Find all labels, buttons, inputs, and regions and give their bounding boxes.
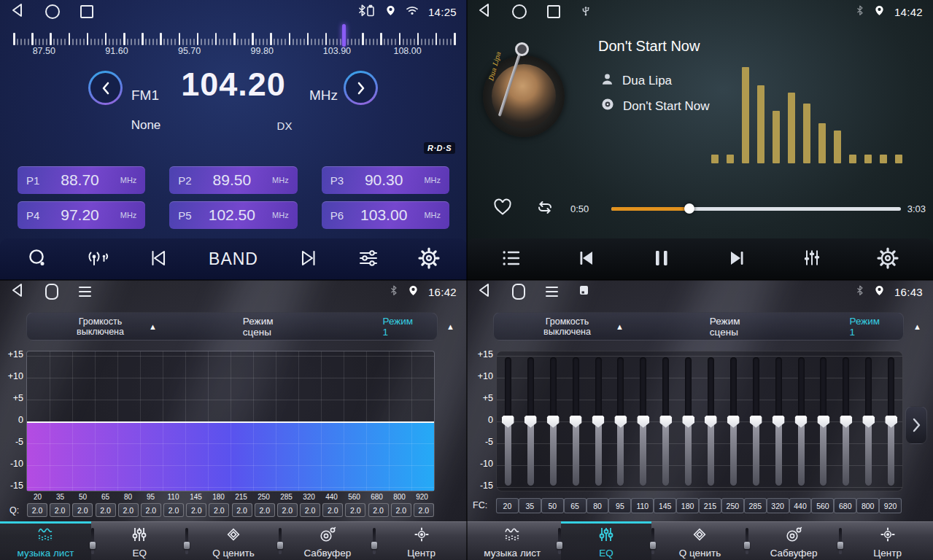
home-icon[interactable] xyxy=(512,284,525,300)
slider-knob[interactable] xyxy=(637,416,649,428)
fc-frequency-button[interactable]: 560 xyxy=(811,498,834,513)
q-value-button[interactable]: 2.0 xyxy=(141,503,161,517)
q-value-button[interactable]: 2.0 xyxy=(50,503,70,517)
q-value-button[interactable]: 2.0 xyxy=(322,503,343,517)
q-value-button[interactable]: 2.0 xyxy=(209,503,229,517)
pause-icon[interactable] xyxy=(653,249,670,271)
q-value-button[interactable]: 2.0 xyxy=(300,503,320,517)
slider-knob[interactable] xyxy=(817,416,829,428)
equalizer-icon[interactable] xyxy=(357,248,379,271)
fc-frequency-button[interactable]: 285 xyxy=(744,498,767,513)
tab-eq-sliders[interactable]: EQ xyxy=(94,521,185,560)
settings-gear-icon[interactable] xyxy=(877,247,899,272)
scene-mode-value[interactable]: Режим 1 xyxy=(849,316,880,338)
q-value-button[interactable]: 2.0 xyxy=(414,503,434,517)
slider-knob[interactable] xyxy=(614,416,627,428)
q-value-button[interactable]: 2.0 xyxy=(96,503,116,517)
q-value-button[interactable]: 2.0 xyxy=(118,503,139,517)
slider-knob[interactable] xyxy=(547,416,560,428)
volume-dropdown-icon[interactable]: ▲ xyxy=(149,322,157,331)
favorite-heart-icon[interactable] xyxy=(492,197,514,219)
preset-button[interactable]: P5102.50MHz xyxy=(169,201,297,229)
back-icon[interactable] xyxy=(10,2,25,21)
tab-eq-sliders[interactable]: EQ xyxy=(561,521,652,560)
tab-music-list[interactable]: музыка лист xyxy=(0,521,91,560)
slider-knob[interactable] xyxy=(659,416,672,428)
fc-frequency-button[interactable]: 250 xyxy=(721,498,744,513)
next-icon[interactable] xyxy=(297,249,319,271)
home-icon[interactable] xyxy=(512,4,527,19)
fc-frequency-button[interactable]: 800 xyxy=(856,498,879,513)
slider-knob[interactable] xyxy=(795,416,808,428)
preset-button[interactable]: P289.50MHz xyxy=(169,166,297,194)
previous-track-icon[interactable] xyxy=(576,249,598,271)
slider-knob[interactable] xyxy=(727,416,740,428)
playlist-icon[interactable] xyxy=(501,249,522,271)
fc-frequency-button[interactable]: 65 xyxy=(564,498,586,513)
menu-icon[interactable] xyxy=(546,287,558,297)
q-value-button[interactable]: 2.0 xyxy=(232,503,252,517)
preset-button[interactable]: P390.30MHz xyxy=(322,166,449,194)
back-icon[interactable] xyxy=(477,2,492,21)
fc-frequency-button[interactable]: 215 xyxy=(699,498,721,513)
scene-mode-value[interactable]: Режим 1 xyxy=(382,316,413,338)
tab-center-speaker[interactable]: Центр xyxy=(376,521,467,560)
next-track-icon[interactable] xyxy=(725,249,747,271)
previous-icon[interactable] xyxy=(148,249,170,271)
recents-icon[interactable] xyxy=(547,5,560,18)
q-value-button[interactable]: 2.0 xyxy=(277,503,298,517)
q-value-button[interactable]: 2.0 xyxy=(391,503,411,517)
preset-button[interactable]: P497.20MHz xyxy=(18,201,145,229)
fc-frequency-button[interactable]: 80 xyxy=(586,498,609,513)
preset-button[interactable]: P6103.00MHz xyxy=(322,201,449,229)
scene-dropdown-icon[interactable]: ▲ xyxy=(913,322,921,331)
home-icon[interactable] xyxy=(45,284,58,300)
seek-knob[interactable] xyxy=(684,203,694,214)
menu-icon[interactable] xyxy=(79,287,91,297)
fc-frequency-button[interactable]: 180 xyxy=(676,498,699,513)
slider-knob[interactable] xyxy=(705,416,717,428)
slider-knob[interactable] xyxy=(524,416,537,428)
q-value-button[interactable]: 2.0 xyxy=(72,503,93,517)
eq-levels-icon[interactable] xyxy=(802,248,822,271)
fc-frequency-button[interactable]: 20 xyxy=(496,498,519,513)
fc-frequency-button[interactable]: 50 xyxy=(541,498,564,513)
fc-frequency-button[interactable]: 920 xyxy=(879,498,902,513)
fc-frequency-button[interactable]: 440 xyxy=(789,498,812,513)
fc-frequency-button[interactable]: 320 xyxy=(767,498,789,513)
broadcast-icon[interactable] xyxy=(86,248,109,271)
back-icon[interactable] xyxy=(10,282,25,301)
preset-button[interactable]: P188.70MHz xyxy=(18,166,145,194)
tab-music-list[interactable]: музыка лист xyxy=(467,521,558,560)
q-value-button[interactable]: 2.0 xyxy=(368,503,389,517)
band-button[interactable]: BAND xyxy=(209,249,258,269)
tuner-indicator[interactable] xyxy=(342,24,346,47)
home-icon[interactable] xyxy=(45,4,60,19)
back-icon[interactable] xyxy=(477,282,492,301)
fc-frequency-button[interactable]: 680 xyxy=(834,498,856,513)
slider-knob[interactable] xyxy=(773,416,785,428)
scene-dropdown-icon[interactable]: ▲ xyxy=(446,322,454,331)
fc-frequency-button[interactable]: 35 xyxy=(519,498,541,513)
fc-frequency-button[interactable]: 110 xyxy=(631,498,654,513)
slider-knob[interactable] xyxy=(750,416,762,428)
settings-gear-icon[interactable] xyxy=(418,247,440,272)
eq-curve-plot[interactable] xyxy=(26,351,435,491)
slider-knob[interactable] xyxy=(502,416,514,428)
tab-center-speaker[interactable]: Центр xyxy=(842,521,933,560)
q-value-button[interactable]: 2.0 xyxy=(186,503,206,517)
q-value-button[interactable]: 2.0 xyxy=(163,503,184,517)
q-value-button[interactable]: 2.0 xyxy=(255,503,275,517)
slider-knob[interactable] xyxy=(682,416,694,428)
slider-knob[interactable] xyxy=(862,416,875,428)
tab-subwoofer[interactable]: Сабвуфер xyxy=(748,521,840,560)
q-value-button[interactable]: 2.0 xyxy=(27,503,47,517)
scan-icon[interactable] xyxy=(27,248,47,271)
fc-frequency-button[interactable]: 95 xyxy=(608,498,631,513)
tab-q-rate[interactable]: Q ценить xyxy=(188,521,279,560)
volume-dropdown-icon[interactable]: ▲ xyxy=(616,322,624,331)
tab-q-rate[interactable]: Q ценить xyxy=(654,521,746,560)
seek-bar[interactable] xyxy=(611,207,901,211)
slider-knob[interactable] xyxy=(592,416,605,428)
slider-knob[interactable] xyxy=(840,416,852,428)
